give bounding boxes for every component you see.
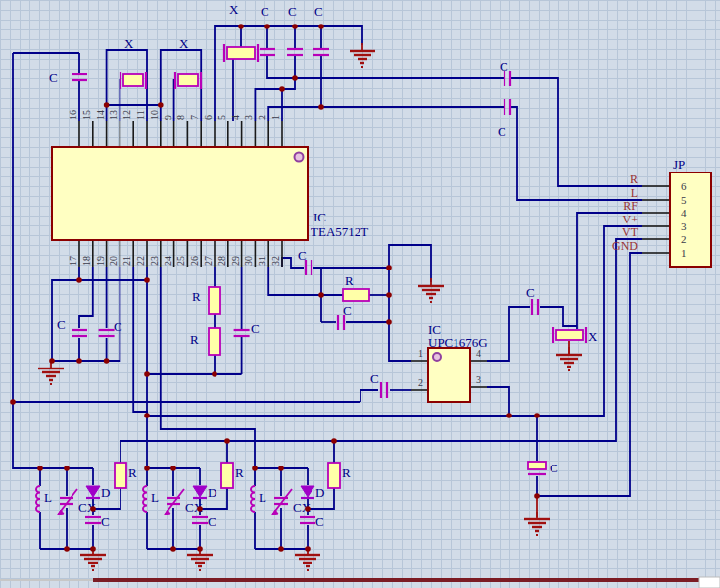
- junction-dot: [158, 102, 164, 108]
- component-label: C: [526, 285, 535, 300]
- pin-number: 18: [81, 256, 92, 266]
- component-label: D: [315, 485, 324, 500]
- wire[interactable]: [79, 267, 93, 328]
- wire[interactable]: [540, 307, 577, 326]
- component-label: C: [57, 318, 66, 332]
- wire[interactable]: [267, 55, 504, 78]
- capacitor[interactable]: [306, 260, 312, 275]
- wire[interactable]: [487, 387, 509, 416]
- junction-dot: [386, 265, 392, 270]
- resistor[interactable]: [343, 289, 369, 301]
- resistor[interactable]: [209, 328, 220, 355]
- pin-number: 13: [108, 110, 119, 120]
- junction-dot: [318, 104, 324, 110]
- capacitor[interactable]: [300, 517, 315, 523]
- ic-tea5712t-body[interactable]: [52, 147, 308, 240]
- junction-dot: [104, 358, 110, 364]
- capacitor[interactable]: [72, 330, 87, 336]
- wire[interactable]: [487, 307, 530, 361]
- wire[interactable]: [133, 267, 147, 468]
- capacitor[interactable]: [287, 49, 303, 55]
- wire[interactable]: [255, 55, 295, 121]
- inductor[interactable]: [251, 486, 255, 512]
- pin-number: 4: [230, 115, 241, 120]
- capacitor[interactable]: [528, 462, 546, 474]
- ground-symbol[interactable]: [556, 347, 582, 370]
- inductor[interactable]: [36, 486, 40, 512]
- varactor-diode[interactable]: [86, 486, 100, 498]
- resistor[interactable]: [221, 463, 233, 488]
- capacitor[interactable]: [72, 74, 87, 80]
- capacitor[interactable]: [234, 330, 250, 336]
- connector-jp-body[interactable]: [670, 172, 711, 267]
- capacitor-body: [528, 462, 546, 469]
- junction-dot: [252, 466, 258, 471]
- pin-number: 3: [681, 220, 687, 232]
- pin-number: 3: [243, 115, 254, 120]
- varactor-diode[interactable]: [193, 486, 207, 498]
- wire[interactable]: [537, 253, 642, 496]
- wire[interactable]: [389, 245, 431, 361]
- pin-number: 31: [257, 256, 267, 266]
- component-label: L: [151, 490, 159, 505]
- junction-dot: [76, 277, 82, 283]
- schematic-canvas[interactable]: CCCCCCCCCCCCCCCCCXXXXRRRRRRLLLCXCXCXDDD1…: [0, 0, 720, 588]
- component-label: D: [208, 485, 216, 500]
- wire[interactable]: [147, 226, 642, 416]
- crystal-body: [178, 74, 198, 86]
- component-label: D: [101, 485, 110, 500]
- variable-capacitor[interactable]: [272, 489, 292, 514]
- wire[interactable]: [360, 390, 378, 402]
- crystal[interactable]: [175, 72, 201, 89]
- diode-triangle: [301, 486, 314, 497]
- pin-number: 6: [681, 180, 687, 192]
- capacitor[interactable]: [504, 99, 510, 115]
- pin-number: 5: [216, 115, 227, 120]
- pin-number: 19: [95, 256, 106, 266]
- pin-number: 27: [203, 256, 214, 266]
- wire[interactable]: [511, 78, 642, 186]
- component-label: X: [229, 2, 239, 17]
- varactor-diode[interactable]: [301, 486, 314, 498]
- capacitor[interactable]: [532, 299, 538, 315]
- pin-number: 25: [175, 256, 186, 266]
- pin-number: 28: [216, 256, 227, 266]
- wire[interactable]: [161, 267, 255, 468]
- pin-number: 9: [163, 115, 173, 120]
- junction-dot: [318, 24, 324, 29]
- crystal[interactable]: [224, 44, 258, 62]
- net-label: RF: [623, 199, 638, 213]
- ground-symbol[interactable]: [524, 512, 550, 535]
- resistor[interactable]: [115, 463, 126, 488]
- resistor[interactable]: [328, 463, 340, 488]
- junction-dot: [506, 413, 512, 418]
- component-label: C: [498, 124, 506, 139]
- capacitor[interactable]: [192, 517, 208, 523]
- pin-number: 16: [68, 110, 78, 120]
- crystal[interactable]: [553, 327, 586, 343]
- capacitor[interactable]: [260, 49, 275, 55]
- net-label: V+: [623, 213, 639, 226]
- pin-number: 6: [203, 115, 214, 120]
- ground-symbol[interactable]: [38, 361, 64, 384]
- variable-capacitor[interactable]: [58, 489, 77, 514]
- capacitor[interactable]: [85, 517, 101, 523]
- junction-dot: [197, 506, 203, 512]
- net-label: GND: [612, 239, 638, 253]
- capacitor[interactable]: [313, 49, 329, 55]
- capacitor[interactable]: [99, 330, 115, 336]
- pin-number: 10: [149, 110, 160, 120]
- capacitor[interactable]: [381, 382, 387, 398]
- crystal[interactable]: [120, 72, 146, 89]
- pin-number: 12: [121, 110, 132, 120]
- ground-symbol[interactable]: [350, 43, 375, 67]
- wire[interactable]: [268, 107, 504, 121]
- component-label: R: [128, 466, 137, 480]
- pin-number: 7: [189, 115, 200, 120]
- resistor[interactable]: [209, 287, 220, 314]
- crystal-body: [227, 47, 255, 59]
- variable-capacitor[interactable]: [165, 489, 184, 514]
- resistor-body: [209, 328, 220, 355]
- inductor[interactable]: [143, 486, 147, 512]
- ground-symbol[interactable]: [418, 278, 444, 302]
